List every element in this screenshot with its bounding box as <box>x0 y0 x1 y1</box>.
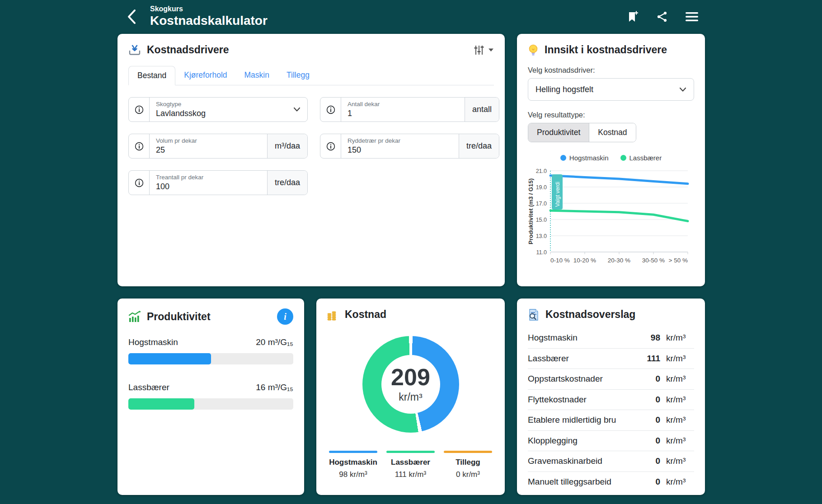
bookmark-plus-icon <box>627 10 639 23</box>
tab-kjoreforhold[interactable]: Kjøreforhold <box>175 66 235 85</box>
productivity-row-hogstmaskin: Hogstmaskin 20 m³/G₁₅ <box>128 337 293 364</box>
field-label: Skogtype <box>156 101 280 108</box>
insight-chart-legend: Hogstmaskin Lassbærer <box>528 154 694 162</box>
field-value: 1 <box>348 109 458 118</box>
app-header: Skogkurs Kostnadskalkulator <box>117 0 705 33</box>
chart-settings-button[interactable] <box>474 45 494 56</box>
row-label: Hogstmaskin <box>128 337 178 347</box>
skogtype-select[interactable]: Skogtype Lavlandsskog <box>128 97 308 122</box>
svg-text:10-20 %: 10-20 % <box>573 257 596 264</box>
svg-text:21.0: 21.0 <box>536 168 547 174</box>
svg-text:30-50 %: 30-50 % <box>642 257 665 264</box>
chevron-down-icon <box>287 98 307 121</box>
field-label: Ryddetrær pr dekar <box>348 137 452 145</box>
table-row: Hogstmaskin 98 kr/m³ <box>528 328 694 349</box>
info-icon[interactable] <box>320 134 341 158</box>
field-value: 100 <box>156 182 261 191</box>
info-icon[interactable] <box>320 98 341 121</box>
result-produktivitet-button[interactable]: Produktivitet <box>528 123 589 142</box>
antall-dekar-input[interactable]: Antall dekar 1 antall <box>320 97 499 122</box>
legend-lassbaerer: Lassbærer <box>620 154 662 162</box>
progress-fill-lassbaerer <box>128 398 194 410</box>
chevron-left-icon <box>127 9 136 24</box>
table-row: Oppstartskostnader 0 kr/m³ <box>528 369 694 390</box>
insight-line-chart: 21.019.017.015.013.011.00-10 %10-20 %20-… <box>528 165 694 271</box>
svg-text:13.0: 13.0 <box>536 233 547 239</box>
legend-bar <box>444 451 492 453</box>
legend-dot <box>620 155 626 161</box>
field-label: Antall dekar <box>348 101 458 108</box>
page-title: Kostnadskalkulator <box>150 13 268 28</box>
info-icon[interactable] <box>129 171 150 195</box>
cost-card: Kostnad 209 kr/m³ Hogstmaskin 98 kr/m³ L… <box>316 299 505 495</box>
svg-text:0-10 %: 0-10 % <box>550 257 570 264</box>
info-icon[interactable] <box>129 134 150 158</box>
menu-button[interactable] <box>685 11 699 22</box>
field-unit: tre/daa <box>267 171 307 195</box>
ryddetraer-pr-dekar-input[interactable]: Ryddetrær pr dekar 150 tre/daa <box>320 134 499 159</box>
legend-hogstmaskin: Hogstmaskin <box>560 154 609 162</box>
cost-legend-tillegg: Tillegg 0 kr/m³ <box>444 451 492 479</box>
document-search-icon <box>528 309 540 321</box>
field-value: 25 <box>156 145 261 155</box>
svg-text:> 50 %: > 50 % <box>669 257 688 264</box>
field-unit: tre/daa <box>459 134 499 158</box>
progress-fill-hogstmaskin <box>128 353 211 364</box>
table-row: Etablere midlertidig bru 0 kr/m³ <box>528 410 694 431</box>
productivity-title: Produktivitet <box>147 311 211 323</box>
volum-pr-dekar-input[interactable]: Volum pr dekar 25 m³/daa <box>128 134 308 159</box>
cost-drivers-card: Kostnadsdrivere Bestand Kjøreforhold Mas… <box>117 34 505 286</box>
cost-title: Kostnad <box>345 308 386 321</box>
info-icon[interactable] <box>129 98 150 121</box>
chevron-down-icon <box>488 48 494 52</box>
tab-bestand[interactable]: Bestand <box>128 66 175 85</box>
back-button[interactable] <box>124 8 139 26</box>
result-type-toggle: Produktivitet Kostnad <box>528 123 636 142</box>
field-label: Treantall pr dekar <box>156 174 261 181</box>
driver-select-label: Velg kostnadsdriver: <box>528 66 694 75</box>
productivity-chart-icon <box>128 311 141 322</box>
svg-text:15.0: 15.0 <box>536 217 547 223</box>
app-name: Skogkurs <box>150 5 268 13</box>
tab-tillegg[interactable]: Tillegg <box>278 66 318 85</box>
share-icon <box>656 11 668 23</box>
tab-maskin[interactable]: Maskin <box>236 66 278 85</box>
table-row: Manuelt tilleggsarbeid 0 kr/m³ <box>528 472 694 493</box>
field-value: Lavlandsskog <box>156 109 280 118</box>
share-button[interactable] <box>656 11 668 23</box>
table-row: Lassbærer 111 kr/m³ <box>528 349 694 369</box>
row-value: 16 m³/G₁₅ <box>256 383 293 392</box>
cost-donut-chart: 209 kr/m³ <box>362 336 459 433</box>
productivity-card: Produktivitet i Hogstmaskin 20 m³/G₁₅ La… <box>117 299 304 495</box>
progress-track <box>128 353 293 364</box>
sliders-icon <box>474 45 484 56</box>
svg-text:20-30 %: 20-30 % <box>608 257 630 264</box>
svg-text:Produktivitet (m3 / G15): Produktivitet (m3 / G15) <box>527 178 534 244</box>
cost-driver-select[interactable]: Helling hogstfelt <box>528 78 694 101</box>
field-label: Volum pr dekar <box>156 137 261 145</box>
result-kostnad-button[interactable]: Kostnad <box>589 123 635 142</box>
table-row: Gravemaskinarbeid 0 kr/m³ <box>528 451 694 472</box>
svg-text:17.0: 17.0 <box>536 201 547 207</box>
insight-card: Innsikt i kostnadsdrivere Velg kostnadsd… <box>517 34 705 286</box>
legend-dot <box>560 155 566 161</box>
donut-center: 209 kr/m³ <box>381 355 440 414</box>
cost-legend: Hogstmaskin 98 kr/m³ Lassbærer 111 kr/m³… <box>327 451 494 479</box>
legend-bar <box>386 451 435 453</box>
cost-legend-hogstmaskin: Hogstmaskin 98 kr/m³ <box>329 451 377 479</box>
svg-text:19.0: 19.0 <box>536 184 547 191</box>
hamburger-menu-icon <box>685 11 699 22</box>
total-cost-unit: kr/m³ <box>399 391 422 403</box>
bookmark-add-button[interactable] <box>627 10 639 23</box>
field-unit: antall <box>465 98 499 121</box>
treantall-pr-dekar-input[interactable]: Treantall pr dekar 100 tre/daa <box>128 170 308 195</box>
cost-drivers-tabs: Bestand Kjøreforhold Maskin Tillegg <box>128 66 494 85</box>
field-unit: m³/daa <box>267 134 307 158</box>
cost-driver-value: Helling hogstfelt <box>535 85 593 94</box>
productivity-info-button[interactable]: i <box>277 308 293 325</box>
progress-track <box>128 398 293 410</box>
table-row: Klopplegging 0 kr/m³ <box>528 431 694 452</box>
chevron-down-icon <box>679 87 686 92</box>
title-block: Skogkurs Kostnadskalkulator <box>150 5 268 28</box>
table-row: Flyttekostnader 0 kr/m³ <box>528 390 694 411</box>
